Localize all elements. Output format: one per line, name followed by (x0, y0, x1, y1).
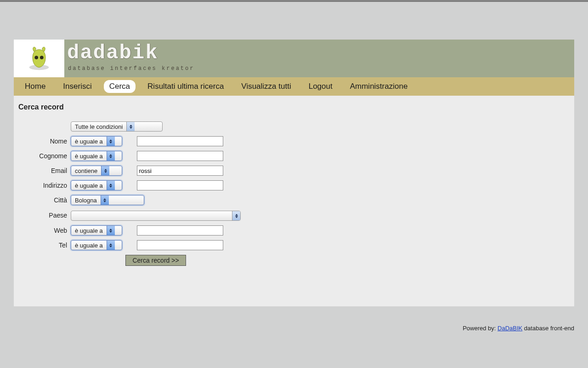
nav-home[interactable]: Home (19, 80, 51, 93)
label-nome: Nome (18, 135, 69, 147)
input-tel[interactable] (137, 240, 223, 250)
updown-icon (107, 151, 115, 161)
svg-point-1 (34, 56, 38, 59)
updown-icon (107, 226, 115, 235)
brand-area: dadabik database interfaces kreator (64, 40, 574, 77)
nav-admin[interactable]: Amministrazione (345, 80, 413, 93)
nav-show-all[interactable]: Visualizza tutti (236, 80, 296, 93)
op-select-web[interactable]: è uguale a (71, 225, 122, 236)
label-paese: Paese (18, 209, 69, 222)
footer: Powered by: DaDaBIK database front-end (463, 325, 574, 332)
label-indirizzo: Indirizzo (18, 179, 69, 191)
select-citta[interactable]: Bologna (71, 195, 144, 205)
updown-icon (232, 211, 240, 220)
svg-point-2 (40, 56, 44, 59)
op-select-indirizzo[interactable]: è uguale a (71, 180, 122, 190)
footer-link[interactable]: DaDaBIK (498, 325, 522, 332)
conditions-select[interactable]: Tutte le condizioni (71, 121, 163, 132)
footer-suffix: database front-end (522, 325, 574, 332)
search-submit-button[interactable]: Cerca record >> (125, 255, 186, 266)
nav-insert[interactable]: Inserisci (57, 80, 97, 93)
label-web: Web (18, 224, 69, 236)
input-nome[interactable] (137, 136, 223, 146)
label-email: Email (18, 165, 69, 177)
app-page: dadabik database interfaces kreator Home… (14, 40, 574, 306)
input-indirizzo[interactable] (137, 180, 223, 190)
nav-last-results[interactable]: Risultati ultima ricerca (142, 80, 229, 93)
updown-icon (107, 137, 115, 146)
op-select-tel[interactable]: è uguale a (71, 240, 122, 250)
label-cognome: Cognome (18, 150, 69, 162)
op-select-nome[interactable]: è uguale a (71, 136, 122, 146)
content-area: Cerca record Tutte le condizioni Nome (14, 96, 574, 283)
label-tel: Tel (18, 239, 69, 251)
logo-area (14, 40, 64, 77)
op-select-email[interactable]: contiene (71, 166, 122, 176)
logo-icon (26, 45, 52, 72)
footer-prefix: Powered by: (463, 325, 498, 332)
nav-logout[interactable]: Logout (303, 80, 338, 93)
main-nav: Home Inserisci Cerca Risultati ultima ri… (14, 77, 574, 96)
updown-icon (126, 122, 135, 131)
select-paese[interactable] (71, 211, 241, 221)
header-banner: dadabik database interfaces kreator (14, 40, 574, 77)
search-form: Tutte le condizioni Nome è uguale a (18, 118, 243, 270)
label-citta: Città (18, 194, 69, 206)
input-cognome[interactable] (137, 151, 223, 161)
updown-icon (107, 241, 115, 250)
brand-tagline: database interfaces kreator (68, 65, 194, 72)
updown-icon (107, 181, 115, 190)
brand-name: dadabik (67, 41, 158, 64)
input-web[interactable] (137, 225, 223, 236)
input-email[interactable] (137, 166, 223, 176)
nav-search[interactable]: Cerca (104, 80, 136, 93)
updown-icon (101, 196, 109, 205)
updown-icon (101, 166, 109, 175)
op-select-cognome[interactable]: è uguale a (71, 151, 122, 161)
section-title: Cerca record (18, 103, 570, 111)
